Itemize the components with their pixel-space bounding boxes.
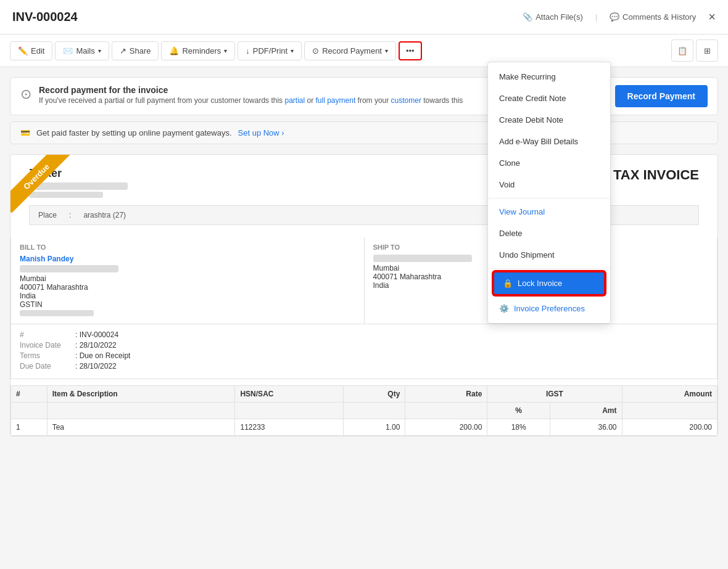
menu-item-delete[interactable]: Delete xyxy=(488,223,610,244)
pdf-print-button[interactable]: ↓ PDF/Print ▾ xyxy=(238,41,302,60)
edit-button[interactable]: ✏️ Edit xyxy=(10,41,52,60)
comments-history-link[interactable]: 💬 Comments & History xyxy=(610,12,696,22)
payment-icon: ⊙ xyxy=(312,46,319,55)
dropdown-menu: Make Recurring Create Credit Note Create… xyxy=(487,62,611,324)
menu-item-void[interactable]: Void xyxy=(488,174,610,195)
top-bar: INV-000024 📎 Attach File(s) | 💬 Comments… xyxy=(0,0,728,35)
pdf-icon: ↓ xyxy=(246,46,250,55)
attach-files-label: Attach File(s) xyxy=(536,12,583,22)
mails-button[interactable]: ✉️ Mails ▾ xyxy=(55,41,109,60)
expand-icon: ⊞ xyxy=(704,46,711,55)
expand-icon-button[interactable]: ⊞ xyxy=(696,39,718,62)
top-bar-left: INV-000024 xyxy=(12,10,78,24)
more-button[interactable]: ••• xyxy=(399,41,422,60)
paperclip-icon: 📎 xyxy=(523,12,532,22)
comments-history-label: Comments & History xyxy=(623,12,696,22)
record-payment-chevron-icon: ▾ xyxy=(385,47,388,54)
menu-item-create-credit-note[interactable]: Create Credit Note xyxy=(488,88,610,109)
pdf-chevron-icon: ▾ xyxy=(291,47,294,54)
share-icon: ↗ xyxy=(120,46,126,55)
menu-item-make-recurring[interactable]: Make Recurring xyxy=(488,66,610,88)
gear-icon: ⚙️ xyxy=(499,304,509,313)
reminders-button[interactable]: 🔔 Reminders ▾ xyxy=(161,41,235,60)
record-payment-button[interactable]: ⊙ Record Payment ▾ xyxy=(304,41,396,60)
more-icon: ••• xyxy=(406,46,415,55)
menu-item-create-debit-note[interactable]: Create Debit Note xyxy=(488,109,610,131)
save-icon-button[interactable]: 📋 xyxy=(671,39,693,62)
menu-item-invoice-preferences[interactable]: ⚙️ Invoice Preferences xyxy=(488,298,610,319)
share-button[interactable]: ↗ Share xyxy=(112,41,159,60)
attach-files-link[interactable]: 📎 Attach File(s) xyxy=(523,12,583,22)
menu-item-eway-bill[interactable]: Add e-Way Bill Details xyxy=(488,131,610,152)
menu-item-lock-invoice[interactable]: 🔒 Lock Invoice xyxy=(493,271,605,295)
menu-item-clone[interactable]: Clone xyxy=(488,152,610,174)
mail-icon: ✉️ xyxy=(63,46,73,55)
edit-icon: ✏️ xyxy=(18,46,28,55)
reminders-chevron-icon: ▾ xyxy=(224,47,227,54)
invoice-id: INV-000024 xyxy=(12,10,78,24)
comment-icon: 💬 xyxy=(610,12,619,22)
mails-chevron-icon: ▾ xyxy=(98,47,101,54)
dropdown-overlay: Make Recurring Create Credit Note Create… xyxy=(0,62,728,569)
save-icon: 📋 xyxy=(677,46,687,55)
menu-item-undo-shipment[interactable]: Undo Shipment xyxy=(488,244,610,266)
close-button[interactable]: × xyxy=(708,10,716,24)
bell-icon: 🔔 xyxy=(169,46,179,55)
menu-item-view-journal[interactable]: View Journal xyxy=(488,201,610,223)
separator-2 xyxy=(488,268,610,269)
separator-1 xyxy=(488,198,610,199)
top-bar-right: 📎 Attach File(s) | 💬 Comments & History … xyxy=(523,10,716,24)
lock-icon: 🔒 xyxy=(503,279,513,288)
